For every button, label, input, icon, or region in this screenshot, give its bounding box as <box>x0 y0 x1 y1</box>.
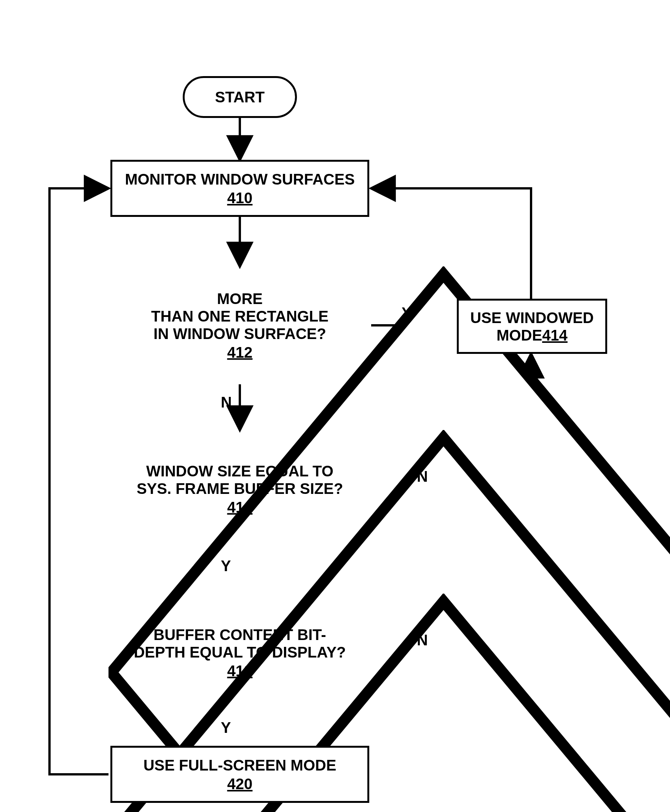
monitor-label: MONITOR WINDOW SURFACES <box>125 171 355 188</box>
d1-line3: IN WINDOW SURFACE? <box>133 325 347 343</box>
windowed-ref: 414 <box>542 327 568 344</box>
monitor-process: MONITOR WINDOW SURFACES 410 <box>110 160 369 217</box>
decision-412: MORE THAN ONE RECTANGLE IN WINDOW SURFAC… <box>108 266 371 384</box>
windowed-line1: USE WINDOWED <box>470 309 594 326</box>
decision-418: BUFFER CONTENT BIT- DEPTH EQUAL TO DISPL… <box>108 594 371 712</box>
d1-line1: MORE <box>133 290 347 307</box>
d1-ref: 412 <box>227 344 253 361</box>
d3-ref: 418 <box>227 662 253 680</box>
fullscreen-label: USE FULL-SCREEN MODE <box>144 756 337 774</box>
d2-right-n: N <box>417 468 428 485</box>
d2-ref: 416 <box>227 499 253 516</box>
d3-bottom-y: Y <box>221 719 231 736</box>
windowed-line2: MODE <box>496 326 542 344</box>
flowchart-canvas: START MONITOR WINDOW SURFACES 410 MORE T… <box>0 0 670 812</box>
d1-bottom-n: N <box>221 394 232 411</box>
start-label: START <box>215 88 265 106</box>
start-node: START <box>183 76 297 118</box>
d3-right-n: N <box>417 631 428 649</box>
windowed-process: USE WINDOWED MODE 414 <box>457 299 607 354</box>
d3-line2: DEPTH EQUAL TO DISPLAY? <box>133 643 347 661</box>
decision-416: WINDOW SIZE EQUAL TO SYS. FRAME BUFFER S… <box>108 430 371 548</box>
d2-line1: WINDOW SIZE EQUAL TO <box>133 462 347 480</box>
d2-bottom-y: Y <box>221 557 231 574</box>
d1-line2: THAN ONE RECTANGLE <box>133 307 347 325</box>
fullscreen-process: USE FULL-SCREEN MODE 420 <box>110 746 369 803</box>
d2-line2: SYS. FRAME BUFFER SIZE? <box>133 480 347 497</box>
d3-line1: BUFFER CONTENT BIT- <box>133 626 347 643</box>
monitor-ref: 410 <box>227 189 253 207</box>
d1-right-y: Y <box>402 304 412 322</box>
fullscreen-ref: 420 <box>227 775 253 793</box>
